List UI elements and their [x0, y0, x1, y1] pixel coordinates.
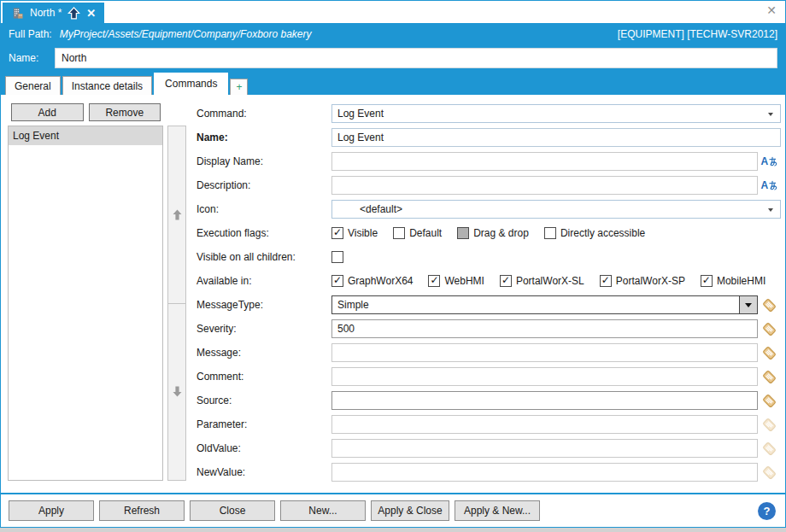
apply-and-close-button[interactable]: Apply & Close — [371, 500, 449, 521]
refresh-button[interactable]: Refresh — [99, 500, 185, 521]
localize-icon[interactable]: A — [760, 179, 778, 191]
tab-label: General — [15, 80, 51, 92]
icon-dropdown[interactable]: <default> — [331, 200, 781, 219]
description-input[interactable] — [331, 176, 758, 195]
checkbox-label: Drag & drop — [473, 227, 529, 239]
tab-commands[interactable]: Commands — [154, 73, 228, 95]
dropdown-value: Simple — [337, 299, 369, 311]
message-type-dropdown[interactable]: Simple — [331, 295, 758, 314]
tab-close-icon[interactable]: ✕ — [86, 8, 96, 19]
checkbox-label: WebHMI — [444, 275, 484, 287]
field-label: MessageType: — [196, 299, 331, 311]
help-button[interactable]: ? — [758, 502, 776, 520]
form-row-comment: Comment: — [196, 365, 781, 389]
old-value-input[interactable] — [331, 439, 758, 458]
checkbox-visible[interactable]: Visible — [331, 227, 378, 239]
field-label: Description: — [196, 179, 331, 191]
checkbox-visible-on-all-children[interactable] — [331, 251, 343, 263]
dropdown-arrow-icon — [745, 303, 752, 307]
checkbox-directly-accessible[interactable]: Directly accessible — [544, 227, 645, 239]
navigate-up-icon[interactable] — [67, 7, 80, 20]
new-button[interactable]: New... — [280, 500, 366, 521]
document-tab-north[interactable]: North * ✕ — [3, 3, 104, 23]
tab-add-new[interactable]: + — [230, 79, 248, 95]
checkbox-label: Directly accessible — [560, 227, 645, 239]
tag-icon[interactable] — [761, 393, 777, 409]
list-item-log-event[interactable]: Log Event — [9, 126, 162, 145]
checkbox-portalworx-sp[interactable]: PortalWorX-SP — [600, 275, 685, 287]
checkbox-icon[interactable] — [331, 251, 343, 263]
command-name-input[interactable] — [331, 128, 781, 147]
comment-input[interactable] — [331, 367, 758, 386]
severity-input[interactable] — [331, 319, 758, 338]
name-bar: Name: — [1, 44, 785, 71]
apply-button[interactable]: Apply — [9, 500, 94, 521]
move-up-icon — [173, 209, 182, 220]
checkbox-icon[interactable] — [544, 227, 556, 239]
message-input[interactable] — [331, 343, 758, 362]
execution-flags-group: Visible Default Drag & drop Directly acc… — [331, 227, 781, 239]
dropdown-value: <default> — [360, 203, 402, 215]
field-label: Command: — [196, 108, 331, 120]
localize-icon[interactable]: A — [760, 155, 778, 167]
checkbox-icon[interactable] — [393, 227, 405, 239]
form-row-available-in: Available in: GraphWorX64 WebHMI PortalW… — [196, 269, 781, 293]
command-dropdown[interactable]: Log Event — [331, 104, 781, 123]
add-button[interactable]: Add — [11, 103, 84, 121]
move-up-button[interactable] — [167, 126, 186, 304]
checkbox-icon[interactable] — [331, 227, 343, 239]
checkbox-icon[interactable] — [457, 227, 469, 239]
field-label: Visible on all children: — [196, 251, 331, 263]
parameter-input[interactable] — [331, 415, 758, 434]
tag-icon[interactable] — [761, 345, 777, 361]
form-row-parameter: Parameter: — [196, 412, 781, 436]
checkbox-mobilehmi[interactable]: MobileHMI — [701, 275, 765, 287]
asset-config-window: North * ✕ ✕ Full Path: MyProject/Assets/… — [0, 0, 786, 528]
tab-general[interactable]: General — [5, 76, 61, 95]
localize-a: A — [760, 155, 768, 167]
field-label: Name: — [196, 132, 331, 143]
list-button-row: Add Remove — [11, 103, 161, 121]
full-path-bar: Full Path: MyProject/Assets/Equipment/Co… — [1, 23, 785, 44]
new-value-input[interactable] — [331, 463, 758, 482]
checkbox-icon[interactable] — [500, 275, 512, 287]
command-form: Command: Log Event Name: Display Name: A — [186, 102, 786, 481]
form-row-description: Description: A — [196, 173, 781, 197]
tag-icon[interactable] — [761, 321, 777, 337]
form-row-execution-flags: Execution flags: Visible Default Drag & … — [196, 221, 781, 245]
checkbox-graphworx64[interactable]: GraphWorX64 — [331, 275, 413, 287]
command-list[interactable]: Log Event — [8, 126, 163, 481]
checkbox-icon[interactable] — [600, 275, 612, 287]
checkbox-webhmi[interactable]: WebHMI — [428, 275, 484, 287]
checkbox-icon[interactable] — [331, 275, 343, 287]
tab-instance-details[interactable]: Instance details — [62, 76, 152, 95]
form-row-display-name: Display Name: A — [196, 149, 781, 173]
list-item-label: Log Event — [13, 130, 59, 142]
reorder-strip — [167, 126, 186, 481]
checkbox-icon[interactable] — [701, 275, 713, 287]
tag-icon[interactable] — [761, 297, 777, 313]
form-row-visible-on-all-children: Visible on all children: — [196, 245, 781, 269]
name-input[interactable] — [55, 48, 777, 68]
dropdown-button[interactable] — [739, 296, 757, 313]
form-row-icon: Icon: <default> — [196, 197, 781, 221]
tag-icon[interactable] — [761, 369, 777, 385]
checkbox-icon[interactable] — [428, 275, 440, 287]
apply-and-new-button[interactable]: Apply & New... — [455, 500, 540, 521]
window-close-icon[interactable]: ✕ — [766, 4, 777, 16]
checkbox-drag-drop[interactable]: Drag & drop — [457, 227, 529, 239]
full-path-label: Full Path: — [9, 28, 52, 40]
form-row-source: Source: — [196, 389, 781, 412]
field-label: Execution flags: — [196, 227, 331, 239]
checkbox-default[interactable]: Default — [393, 227, 442, 239]
move-down-button[interactable] — [167, 304, 186, 482]
source-input[interactable] — [331, 391, 758, 410]
tag-icon — [761, 417, 777, 433]
form-row-new-value: NewValue: — [196, 460, 781, 484]
close-button[interactable]: Close — [190, 500, 275, 521]
checkbox-portalworx-sl[interactable]: PortalWorX-SL — [500, 275, 584, 287]
display-name-input[interactable] — [331, 152, 758, 171]
remove-button[interactable]: Remove — [89, 103, 161, 121]
field-label: Available in: — [196, 275, 331, 287]
document-tab-strip: North * ✕ ✕ — [1, 1, 785, 23]
